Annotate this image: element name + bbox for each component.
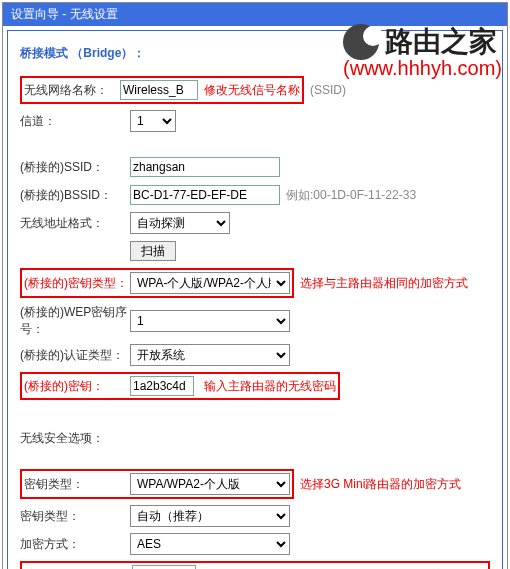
bridge-bssid-label: (桥接的)BSSID： (20, 187, 130, 204)
channel-label: 信道： (20, 113, 130, 130)
wlan-name-input[interactable] (120, 80, 198, 100)
addr-format-select[interactable]: 自动探测 (130, 212, 230, 234)
bssid-example: 例如:00-1D-0F-11-22-33 (286, 187, 416, 204)
enc-type2-select[interactable]: 自动（推荐） (130, 505, 290, 527)
wlan-name-annotation: 修改无线信号名称 (204, 82, 300, 99)
window-title: 设置向导 - 无线设置 (3, 3, 507, 26)
scan-button[interactable]: 扫描 (130, 241, 176, 261)
enc-type-label: 密钥类型： (24, 476, 130, 493)
bridge-bssid-input[interactable] (130, 185, 280, 205)
password-input[interactable] (132, 565, 196, 569)
bridge-key-label: (桥接的)密钥： (24, 378, 130, 395)
channel-select[interactable]: 1 (130, 110, 176, 132)
bridge-keytype-select[interactable]: WPA-个人版/WPA2-个人版 (130, 272, 290, 294)
addr-format-label: 无线地址格式： (20, 215, 130, 232)
bridge-key-annotation: 输入主路由器的无线密码 (204, 378, 336, 395)
security-section-title: 无线安全选项： (20, 430, 490, 447)
enc-type2-label: 密钥类型： (20, 508, 130, 525)
bridge-keytype-label: (桥接的)密钥类型： (24, 275, 130, 292)
auth-type-label: (桥接的)认证类型： (20, 347, 130, 364)
enc-type-annotation: 选择3G Mini路由器的加密方式 (300, 476, 461, 493)
bridge-ssid-input[interactable] (130, 157, 280, 177)
wep-index-select[interactable]: 1 (130, 310, 290, 332)
bridge-ssid-label: (桥接的)SSID： (20, 159, 130, 176)
wlan-name-label: 无线网络名称： (24, 82, 120, 99)
wep-index-label: (桥接的)WEP密钥序号： (20, 304, 130, 338)
alg-select[interactable]: AES (130, 533, 290, 555)
bridge-mode-label: 桥接模式 （Bridge）： (20, 45, 490, 62)
enc-type-select[interactable]: WPA/WPA2-个人版 (130, 473, 290, 495)
bridge-key-input[interactable] (130, 376, 194, 396)
ssid-suffix: (SSID) (310, 83, 346, 97)
alg-label: 加密方式： (20, 536, 130, 553)
bridge-keytype-annotation: 选择与主路由器相同的加密方式 (300, 275, 468, 292)
auth-type-select[interactable]: 开放系统 (130, 344, 290, 366)
